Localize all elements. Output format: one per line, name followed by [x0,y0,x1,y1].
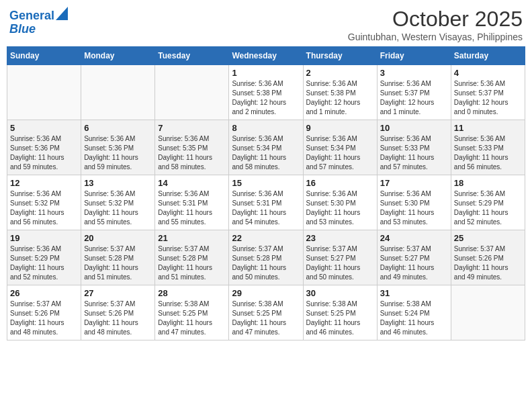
day-number: 3 [380,68,448,78]
day-number: 10 [380,123,448,133]
day-info: Sunrise: 5:36 AM Sunset: 5:33 PM Dayligh… [454,134,522,172]
day-info: Sunrise: 5:36 AM Sunset: 5:29 PM Dayligh… [454,189,522,227]
calendar-cell: 4Sunrise: 5:36 AM Sunset: 5:37 PM Daylig… [451,65,525,120]
logo-text-blue: Blue [9,23,36,36]
day-number: 21 [158,233,226,243]
day-number: 23 [306,233,374,243]
title-block: October 2025 Guintubhan, Western Visayas… [348,7,523,42]
weekday-header-wednesday: Wednesday [229,47,303,65]
day-number: 15 [232,178,300,188]
calendar-cell: 29Sunrise: 5:38 AM Sunset: 5:25 PM Dayli… [229,285,303,340]
calendar-cell: 23Sunrise: 5:37 AM Sunset: 5:27 PM Dayli… [303,230,377,285]
day-info: Sunrise: 5:36 AM Sunset: 5:34 PM Dayligh… [306,134,374,172]
day-info: Sunrise: 5:36 AM Sunset: 5:36 PM Dayligh… [84,134,152,172]
day-info: Sunrise: 5:37 AM Sunset: 5:28 PM Dayligh… [158,244,226,282]
day-info: Sunrise: 5:38 AM Sunset: 5:25 PM Dayligh… [232,300,300,337]
day-number: 11 [454,123,522,133]
calendar-week-row: 5Sunrise: 5:36 AM Sunset: 5:36 PM Daylig… [7,120,525,175]
day-number: 26 [10,288,78,298]
day-number: 9 [306,123,374,133]
day-number: 30 [306,288,374,298]
day-info: Sunrise: 5:36 AM Sunset: 5:37 PM Dayligh… [454,79,522,117]
day-info: Sunrise: 5:36 AM Sunset: 5:29 PM Dayligh… [10,244,78,282]
day-number: 22 [232,233,300,243]
weekday-header-friday: Friday [377,47,451,65]
calendar-cell: 30Sunrise: 5:38 AM Sunset: 5:25 PM Dayli… [303,285,377,340]
day-info: Sunrise: 5:36 AM Sunset: 5:31 PM Dayligh… [158,189,226,227]
calendar-cell: 28Sunrise: 5:38 AM Sunset: 5:25 PM Dayli… [155,285,229,340]
page-header: General Blue October 2025 Guintubhan, We… [7,7,525,42]
calendar-cell: 11Sunrise: 5:36 AM Sunset: 5:33 PM Dayli… [451,120,525,175]
day-number: 12 [10,178,78,188]
day-number: 18 [454,178,522,188]
day-info: Sunrise: 5:36 AM Sunset: 5:32 PM Dayligh… [84,189,152,227]
day-number: 20 [84,233,152,243]
day-number: 16 [306,178,374,188]
calendar-cell: 31Sunrise: 5:38 AM Sunset: 5:24 PM Dayli… [377,285,451,340]
calendar-cell: 8Sunrise: 5:36 AM Sunset: 5:34 PM Daylig… [229,120,303,175]
calendar-cell: 19Sunrise: 5:36 AM Sunset: 5:29 PM Dayli… [7,230,81,285]
day-info: Sunrise: 5:36 AM Sunset: 5:33 PM Dayligh… [380,134,448,172]
weekday-header-thursday: Thursday [303,47,377,65]
weekday-header-sunday: Sunday [7,47,81,65]
day-info: Sunrise: 5:36 AM Sunset: 5:31 PM Dayligh… [232,189,300,227]
calendar-cell: 15Sunrise: 5:36 AM Sunset: 5:31 PM Dayli… [229,175,303,230]
calendar-cell: 16Sunrise: 5:36 AM Sunset: 5:30 PM Dayli… [303,175,377,230]
calendar-cell: 21Sunrise: 5:37 AM Sunset: 5:28 PM Dayli… [155,230,229,285]
logo: General Blue [9,9,68,36]
calendar-cell: 6Sunrise: 5:36 AM Sunset: 5:36 PM Daylig… [81,120,155,175]
day-number: 6 [84,123,152,133]
calendar-cell: 5Sunrise: 5:36 AM Sunset: 5:36 PM Daylig… [7,120,81,175]
calendar-cell: 13Sunrise: 5:36 AM Sunset: 5:32 PM Dayli… [81,175,155,230]
calendar-table: SundayMondayTuesdayWednesdayThursdayFrid… [7,46,525,340]
day-info: Sunrise: 5:37 AM Sunset: 5:27 PM Dayligh… [380,244,448,282]
calendar-cell: 12Sunrise: 5:36 AM Sunset: 5:32 PM Dayli… [7,175,81,230]
day-info: Sunrise: 5:36 AM Sunset: 5:30 PM Dayligh… [306,189,374,227]
calendar-cell: 27Sunrise: 5:37 AM Sunset: 5:26 PM Dayli… [81,285,155,340]
day-number: 24 [380,233,448,243]
calendar-cell [451,285,525,340]
day-info: Sunrise: 5:37 AM Sunset: 5:27 PM Dayligh… [306,244,374,282]
day-info: Sunrise: 5:38 AM Sunset: 5:25 PM Dayligh… [158,300,226,337]
calendar-cell: 22Sunrise: 5:37 AM Sunset: 5:28 PM Dayli… [229,230,303,285]
day-number: 8 [232,123,300,133]
day-info: Sunrise: 5:37 AM Sunset: 5:26 PM Dayligh… [10,300,78,337]
calendar-cell [155,65,229,120]
day-number: 17 [380,178,448,188]
logo-text: General [9,9,54,23]
day-number: 13 [84,178,152,188]
calendar-cell: 3Sunrise: 5:36 AM Sunset: 5:37 PM Daylig… [377,65,451,120]
day-info: Sunrise: 5:37 AM Sunset: 5:26 PM Dayligh… [84,300,152,337]
calendar-cell [7,65,81,120]
day-number: 31 [380,288,448,298]
day-info: Sunrise: 5:37 AM Sunset: 5:28 PM Dayligh… [232,244,300,282]
calendar-week-row: 19Sunrise: 5:36 AM Sunset: 5:29 PM Dayli… [7,230,525,285]
day-number: 19 [10,233,78,243]
calendar-cell: 18Sunrise: 5:36 AM Sunset: 5:29 PM Dayli… [451,175,525,230]
calendar-cell: 1Sunrise: 5:36 AM Sunset: 5:38 PM Daylig… [229,65,303,120]
calendar-cell: 20Sunrise: 5:37 AM Sunset: 5:28 PM Dayli… [81,230,155,285]
day-info: Sunrise: 5:36 AM Sunset: 5:38 PM Dayligh… [306,79,374,117]
calendar-week-row: 1Sunrise: 5:36 AM Sunset: 5:38 PM Daylig… [7,65,525,120]
calendar-cell: 10Sunrise: 5:36 AM Sunset: 5:33 PM Dayli… [377,120,451,175]
day-info: Sunrise: 5:38 AM Sunset: 5:24 PM Dayligh… [380,300,448,337]
calendar-week-row: 12Sunrise: 5:36 AM Sunset: 5:32 PM Dayli… [7,175,525,230]
logo-icon [56,7,68,20]
weekday-header-tuesday: Tuesday [155,47,229,65]
calendar-cell: 24Sunrise: 5:37 AM Sunset: 5:27 PM Dayli… [377,230,451,285]
day-number: 4 [454,68,522,78]
day-info: Sunrise: 5:36 AM Sunset: 5:38 PM Dayligh… [232,79,300,117]
location-subtitle: Guintubhan, Western Visayas, Philippines [348,32,523,42]
day-number: 28 [158,288,226,298]
calendar-cell: 26Sunrise: 5:37 AM Sunset: 5:26 PM Dayli… [7,285,81,340]
day-info: Sunrise: 5:36 AM Sunset: 5:35 PM Dayligh… [158,134,226,172]
day-number: 2 [306,68,374,78]
day-info: Sunrise: 5:36 AM Sunset: 5:32 PM Dayligh… [10,189,78,227]
day-number: 5 [10,123,78,133]
svg-marker-0 [56,7,68,20]
day-info: Sunrise: 5:38 AM Sunset: 5:25 PM Dayligh… [306,300,374,337]
day-number: 14 [158,178,226,188]
day-info: Sunrise: 5:36 AM Sunset: 5:34 PM Dayligh… [232,134,300,172]
calendar-cell: 2Sunrise: 5:36 AM Sunset: 5:38 PM Daylig… [303,65,377,120]
day-number: 25 [454,233,522,243]
